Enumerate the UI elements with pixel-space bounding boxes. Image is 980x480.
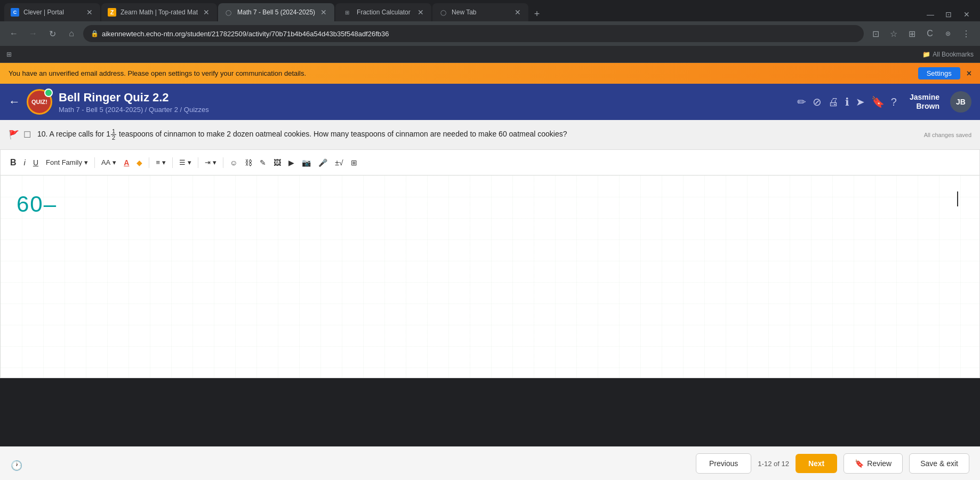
indent-arrow: ▾ [213, 158, 216, 166]
italic-button[interactable]: i [21, 156, 29, 169]
clock-icon: 🕐 [11, 460, 22, 471]
info-icon[interactable]: ℹ [845, 95, 849, 108]
indent-icon: ⇥ [205, 158, 211, 166]
tab-fraction-close[interactable]: ✕ [416, 8, 425, 17]
checkbox-icon[interactable]: ☐ [23, 130, 31, 140]
back-to-quiz-button[interactable]: ← [9, 95, 20, 109]
tab-newtab[interactable]: ◯ New Tab ✕ [432, 3, 528, 21]
tab-clever[interactable]: C Clever | Portal ✕ [4, 3, 100, 21]
settings-dots-icon[interactable]: ⋮ [959, 26, 974, 41]
newtab-favicon: ◯ [439, 8, 447, 17]
quiz-logo-text: QUIZ! [31, 99, 47, 105]
tab-echo-close[interactable]: ✕ [319, 8, 328, 17]
close-window-button[interactable]: ✕ [960, 7, 974, 21]
bold-button[interactable]: B [7, 156, 20, 170]
content-area: 🚩 ☐ 10. A recipe calls for 112 teaspoons… [0, 120, 980, 378]
tab-clever-close[interactable]: ✕ [85, 8, 94, 17]
highlight-icon: ◆ [136, 158, 142, 167]
header-actions: ✏ ⊘ 🖨 ℹ ➤ 🔖 ? JasmineBrown JB [797, 91, 971, 113]
quiz-title: Bell Ringer Quiz 2.2 [59, 91, 797, 105]
mic-button[interactable]: 🎤 [315, 156, 331, 169]
bookmark-star-icon[interactable]: ☆ [886, 26, 901, 41]
echo-favicon: ◯ [224, 8, 233, 17]
send-icon[interactable]: ➤ [856, 95, 865, 108]
tab-echo[interactable]: ◯ Math 7 - Bell 5 (2024-2025) ✕ [218, 3, 334, 21]
camera-button[interactable]: 📷 [299, 156, 314, 169]
email-banner-text: You have an unverified email address. Pl… [9, 69, 306, 77]
bookmark-apps-icon[interactable]: ⊞ [6, 51, 12, 58]
extension2-icon[interactable]: ⊛ [941, 26, 955, 41]
font-size-label: AA [101, 158, 110, 166]
fraction-favicon: ⊞ [343, 8, 351, 17]
list-arrow: ▾ [188, 158, 191, 166]
all-changes-saved: All changes saved [924, 132, 971, 138]
indent-dropdown[interactable]: ⇥ ▾ [202, 156, 220, 169]
font-family-dropdown[interactable]: Font Family ▾ [43, 156, 91, 169]
user-name: JasmineBrown [910, 93, 939, 111]
maximize-button[interactable]: ⊡ [942, 7, 955, 21]
underline-button[interactable]: U [30, 156, 42, 169]
question-number: 10. [37, 130, 47, 138]
tab-fraction-title: Fraction Calculator [357, 9, 412, 16]
align-dropdown[interactable]: ≡ ▾ [152, 156, 169, 169]
bookmark-icon[interactable]: 🔖 [871, 95, 885, 108]
bookmark-bar: ⊞ 📁 All Bookmarks [0, 46, 980, 63]
tab-fraction[interactable]: ⊞ Fraction Calculator ✕ [335, 3, 431, 21]
tab-echo-title: Math 7 - Bell 5 (2024-2025) [237, 9, 315, 16]
tab-zearn-close[interactable]: ✕ [202, 8, 211, 17]
reload-button[interactable]: ↻ [45, 26, 60, 41]
address-bar: ← → ↻ ⌂ 🔒 aikennewtech.echo-ntn.org/stud… [0, 21, 980, 46]
review-bookmark-icon: 🔖 [855, 459, 864, 468]
font-size-dropdown[interactable]: AA ▾ [98, 156, 119, 169]
flag-icon[interactable]: 🚩 [9, 130, 19, 140]
home-button[interactable]: ⌂ [64, 26, 79, 41]
list-icon: ☰ [179, 158, 186, 166]
editor-written-content: 60– [17, 191, 57, 217]
table-button[interactable]: ⊞ [348, 156, 360, 169]
next-button[interactable]: Next [796, 454, 837, 473]
profile-icon[interactable]: C [922, 26, 937, 41]
link-button[interactable]: ⛓ [242, 156, 255, 169]
user-info: JasmineBrown [910, 93, 939, 111]
text-color-button[interactable]: A [121, 156, 132, 169]
tab-zearn[interactable]: Z Zearn Math | Top-rated Mat ✕ [101, 3, 217, 21]
image-icon: 🖼 [274, 158, 281, 167]
previous-button[interactable]: Previous [696, 453, 751, 474]
editor-toolbar: B i U Font Family ▾ AA ▾ A ◆ ≡ ▾ ☰ ▾ ⇥ [0, 150, 980, 175]
table-icon: ⊞ [351, 158, 357, 167]
close-banner-button[interactable]: × [967, 69, 971, 78]
pencil-icon[interactable]: ✏ [797, 95, 806, 108]
new-tab-button[interactable]: + [529, 6, 544, 21]
tab-newtab-title: New Tab [452, 9, 509, 16]
highlight-button[interactable]: ◆ [133, 156, 146, 169]
review-label: Review [867, 459, 891, 468]
review-button[interactable]: 🔖 Review [844, 453, 903, 474]
block-icon[interactable]: ⊘ [813, 95, 822, 108]
text-color-icon: A [124, 158, 129, 167]
app-header: ← QUIZ! Bell Ringer Quiz 2.2 Math 7 - Be… [0, 84, 980, 120]
editor-content-area[interactable]: 60– [0, 175, 980, 378]
extension-puzzle-icon[interactable]: ⊞ [904, 26, 919, 41]
cast-icon[interactable]: ⊡ [868, 26, 883, 41]
back-button[interactable]: ← [6, 26, 21, 41]
math-button[interactable]: ±√ [332, 156, 346, 169]
all-bookmarks-label[interactable]: 📁 All Bookmarks [922, 51, 974, 58]
video-button[interactable]: ▶ [285, 156, 298, 169]
minimize-button[interactable]: — [923, 7, 937, 21]
user-avatar[interactable]: JB [950, 91, 971, 113]
list-dropdown[interactable]: ☰ ▾ [176, 156, 195, 169]
tab-newtab-close[interactable]: ✕ [513, 8, 522, 17]
draw-icon: ✎ [260, 158, 266, 167]
draw-button[interactable]: ✎ [256, 156, 269, 169]
save-exit-button[interactable]: Save & exit [909, 453, 969, 474]
separator-1 [94, 157, 95, 168]
settings-button[interactable]: Settings [918, 67, 960, 79]
url-bar[interactable]: 🔒 aikennewtech.echo-ntn.org/student/2178… [83, 25, 864, 42]
forward-button[interactable]: → [26, 26, 41, 41]
help-icon[interactable]: ? [891, 96, 897, 108]
emoji-button[interactable]: ☺ [227, 156, 240, 169]
image-button[interactable]: 🖼 [270, 156, 284, 169]
print-icon[interactable]: 🖨 [828, 96, 839, 108]
separator-4 [198, 157, 198, 168]
security-icon: 🔒 [91, 30, 99, 37]
